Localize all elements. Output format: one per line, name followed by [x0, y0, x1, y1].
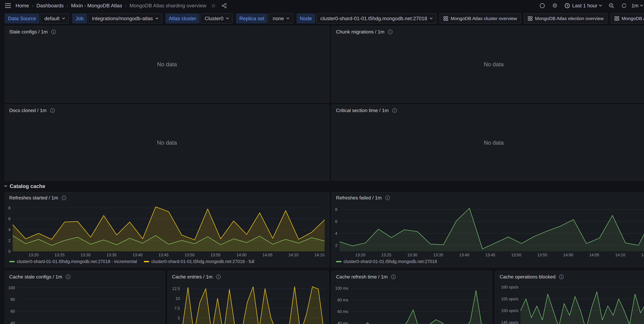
variable-label: Job	[72, 13, 87, 23]
panel-cache-operations-blocked: Cache operations blocked 160 ops/s155 op…	[495, 271, 644, 324]
svg-text:8: 8	[335, 207, 337, 212]
panel-header[interactable]: Cache operations blocked	[495, 271, 644, 280]
zoom-out-button[interactable]	[608, 2, 615, 9]
info-icon[interactable]	[391, 274, 396, 279]
variable-value-dropdown[interactable]: Cluster0	[200, 13, 233, 23]
svg-text:150 ops/s: 150 ops/s	[501, 309, 518, 313]
panel-title: Refreshes failed / 1m	[336, 195, 382, 201]
svg-text:10: 10	[176, 296, 180, 301]
time-series-chart[interactable]: 12.5107.552.5	[170, 282, 327, 324]
time-series-chart[interactable]: 8642013:2013:2513:3013:3513:4013:4513:50…	[7, 203, 327, 258]
dashboard-link-cluster-overview[interactable]: MongoDB Atlas cluster overview	[440, 13, 521, 23]
apps-icon	[614, 16, 619, 21]
time-range-picker[interactable]: Last 1 hour	[564, 2, 602, 9]
breadcrumb-dashboards[interactable]: Dashboards	[36, 3, 64, 8]
legend-series-label: cluster0-shard-01-01.t5hdg.mongodb.net:2…	[344, 259, 437, 264]
svg-text:14:15: 14:15	[314, 253, 324, 257]
info-icon[interactable]	[62, 195, 66, 200]
chevron-down-icon	[62, 16, 65, 19]
info-icon[interactable]	[66, 274, 70, 279]
legend-item[interactable]: cluster0-shard-01-01.t5hdg.mongodb.net:2…	[144, 259, 254, 264]
time-series-chart[interactable]: 160 ops/s155 ops/s150 ops/s145 ops/s140 …	[497, 282, 644, 324]
info-icon[interactable]	[216, 274, 221, 279]
insights-button[interactable]	[539, 2, 546, 9]
refresh-interval-dropdown[interactable]: 1m	[630, 2, 644, 9]
svg-text:14:00: 14:00	[236, 253, 246, 257]
variable-node: Node cluster0-shard-01-01.t5hdg.mongodb.…	[296, 13, 436, 23]
svg-text:14:05: 14:05	[262, 253, 272, 257]
panel-header[interactable]: Refreshes started / 1m	[5, 192, 329, 201]
row-toggle-catalog-cache[interactable]: Catalog cache	[5, 183, 45, 189]
svg-text:14:15: 14:15	[641, 253, 644, 257]
svg-text:100 ms: 100 ms	[335, 286, 348, 291]
panel-header[interactable]: Cache entries / 1m	[168, 271, 328, 280]
variable-value-dropdown[interactable]: none	[268, 13, 293, 23]
dashboard-controls: Data Source default Job integrations/mon…	[0, 11, 644, 26]
no-data-text: No data	[332, 105, 644, 180]
time-series-chart[interactable]: 864213:2013:2513:3013:3513:4013:4513:501…	[334, 203, 644, 258]
svg-text:5: 5	[178, 316, 180, 321]
dashboard-link-operations-overview[interactable]: MongoDB Atlas operations overview	[611, 13, 644, 23]
row-title: Catalog cache	[10, 183, 45, 189]
star-icon: ☆	[211, 3, 216, 8]
legend-series-color	[336, 261, 342, 262]
panel-title: Refreshes started / 1m	[9, 195, 58, 201]
variable-value-dropdown[interactable]: integrations/mongodb-atlas	[88, 13, 162, 23]
svg-text:2: 2	[8, 238, 10, 243]
refresh-button[interactable]	[620, 2, 628, 9]
svg-text:60 ms: 60 ms	[338, 310, 348, 314]
legend-item[interactable]: cluster0-shard-01-01.t5hdg.mongodb.net:2…	[9, 259, 137, 264]
chevron-down-icon	[226, 16, 229, 19]
menu-toggle-button[interactable]	[4, 2, 12, 9]
legend-series-label: cluster0-shard-01-01.t5hdg.mongodb.net:2…	[17, 259, 137, 264]
hamburger-icon	[5, 3, 11, 8]
breadcrumb-folder[interactable]: Mixin - MongoDB Atlas	[71, 3, 122, 8]
svg-text:4: 4	[8, 227, 10, 232]
grafana-dashboard: Home › Dashboards › Mixin - MongoDB Atla…	[0, 0, 644, 324]
info-icon[interactable]	[385, 195, 390, 200]
info-icon[interactable]	[559, 274, 564, 279]
no-data-text: No data	[5, 105, 329, 180]
panel-critical-section-time: Critical section time / 1m No data	[332, 105, 644, 181]
svg-text:6: 6	[8, 217, 10, 221]
panel-header[interactable]: Cache stale configs / 1m	[5, 271, 164, 280]
svg-text:13:55: 13:55	[537, 253, 547, 257]
panel-header[interactable]: Refreshes failed / 1m	[332, 192, 644, 201]
time-series-chart[interactable]: 10080604020	[7, 282, 163, 324]
panel-chunk-migrations: Chunk migrations / 1m No data	[332, 26, 644, 102]
svg-text:13:35: 13:35	[433, 253, 443, 257]
variable-value-dropdown[interactable]: default	[40, 13, 69, 23]
panel-header[interactable]: Cache refresh time / 1m	[332, 271, 492, 280]
chevron-down-icon	[4, 184, 7, 187]
svg-text:160 ops/s: 160 ops/s	[501, 285, 518, 290]
topnav-actions: ⚙ Last 1 hour 1m	[539, 2, 644, 9]
info-circle-icon	[540, 3, 545, 8]
breadcrumb-separator: ›	[125, 3, 126, 8]
breadcrumb-home[interactable]: Home	[16, 3, 29, 8]
svg-text:13:45: 13:45	[485, 253, 495, 257]
dashboard-link-election-overview[interactable]: MongoDB Atlas election overview	[524, 13, 608, 23]
time-series-chart[interactable]: 100 ms80 ms60 ms40 ms20 ms	[334, 282, 490, 324]
settings-button[interactable]: ⚙	[551, 2, 558, 9]
apps-icon	[528, 16, 532, 21]
chevron-down-icon	[286, 16, 290, 19]
svg-text:40: 40	[10, 321, 15, 324]
svg-text:13:35: 13:35	[106, 253, 116, 257]
clock-icon	[564, 3, 570, 8]
panel-stale-configs: Stale configs / 1m No data	[5, 26, 329, 102]
panel-title: Cache entries / 1m	[172, 274, 212, 280]
legend-series-color	[9, 261, 15, 262]
svg-text:14:00: 14:00	[563, 253, 573, 257]
svg-text:8: 8	[8, 206, 10, 210]
favorite-button[interactable]: ☆	[210, 2, 217, 9]
svg-text:7.5: 7.5	[174, 306, 180, 311]
zoom-out-icon	[609, 3, 614, 8]
breadcrumb-current: MongoDB Atlas sharding overview	[130, 3, 206, 8]
legend-item[interactable]: cluster0-shard-01-01.t5hdg.mongodb.net:2…	[336, 259, 437, 264]
breadcrumb: Home › Dashboards › Mixin - MongoDB Atla…	[16, 3, 206, 8]
variable-value-dropdown[interactable]: cluster0-shard-01-01.t5hdg.mongodb.net:2…	[316, 13, 436, 23]
share-button[interactable]	[220, 2, 228, 9]
panel-cache-refresh-time: Cache refresh time / 1m 100 ms80 ms60 ms…	[332, 271, 492, 324]
chart-legend: cluster0-shard-01-01.t5hdg.mongodb.net:2…	[9, 258, 326, 265]
svg-text:13:40: 13:40	[132, 253, 142, 257]
